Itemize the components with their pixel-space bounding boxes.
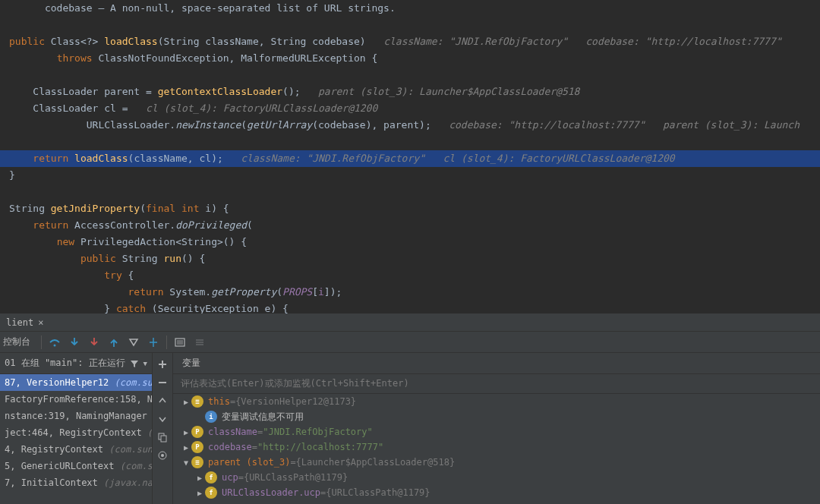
evaluate-input[interactable]: 评估表达式(Enter)或添加监视(Ctrl+Shift+Enter): [173, 374, 820, 394]
debug-tabs: lient ×: [0, 313, 820, 332]
placeholder-text: 评估表达式(Enter)或添加监视(Ctrl+Shift+Enter): [181, 377, 409, 390]
tab-client[interactable]: lient ×: [0, 317, 49, 328]
close-icon[interactable]: ×: [38, 317, 43, 328]
debug-toolbar: 控制台: [0, 332, 820, 353]
tab-label: lient: [6, 317, 33, 328]
remove-watch-icon[interactable]: [154, 374, 171, 391]
console-label[interactable]: 控制台: [3, 335, 36, 348]
svg-point-5: [161, 454, 164, 457]
frame-item[interactable]: ject:464, RegistryContext (com.su: [0, 424, 152, 441]
variable-row[interactable]: i变量调试信息不可用: [173, 409, 820, 424]
variables-header: 变量: [173, 353, 820, 374]
svg-rect-3: [161, 436, 166, 442]
code-editor[interactable]: codebase – A non-null, space-separated l…: [0, 0, 820, 313]
add-watch-icon[interactable]: [154, 356, 171, 373]
variable-row[interactable]: ▶fURLClassLoader.ucp = {URLClassPath@117…: [173, 485, 820, 500]
frames-header[interactable]: 01 在组 "main": 正在运行 ▼: [0, 353, 152, 374]
up-icon[interactable]: [154, 392, 171, 409]
filter-icon[interactable]: [130, 359, 139, 368]
frame-item[interactable]: 87, VersionHelper12 (com.sun.nam: [0, 374, 152, 391]
frame-item[interactable]: FactoryFromReference:158, Naming: [0, 391, 152, 408]
drop-frame-icon[interactable]: [125, 334, 142, 351]
variable-row[interactable]: ▶≡this = {VersionHelper12@1173}: [173, 394, 820, 409]
frame-item[interactable]: 4, RegistryContext (com.sun.jndi.rn: [0, 441, 152, 458]
variable-row[interactable]: ▶fucp = {URLClassPath@1179}: [173, 470, 820, 485]
evaluate-icon[interactable]: [172, 334, 188, 351]
current-breakpoint-line: return loadClass(className, cl); classNa…: [0, 150, 820, 167]
comment-line: codebase – A non-null, space-separated l…: [45, 2, 396, 14]
variable-row[interactable]: ▶Pcodebase = "http://localhost:7777": [173, 439, 820, 455]
down-icon[interactable]: [154, 411, 171, 427]
frames-panel: 01 在组 "main": 正在运行 ▼ 87, VersionHelper12…: [0, 353, 152, 504]
run-to-cursor-icon[interactable]: [145, 334, 162, 351]
frames-list[interactable]: 87, VersionHelper12 (com.sun.namFactoryF…: [0, 374, 152, 504]
variables-tree[interactable]: ▶≡this = {VersionHelper12@1173}i变量调试信息不可…: [173, 394, 820, 504]
force-step-into-icon[interactable]: [86, 334, 102, 351]
thread-label: 01 在组 "main": 正在运行: [5, 357, 125, 370]
watches-icon[interactable]: [154, 447, 171, 464]
variable-row[interactable]: ▼≡parent (slot_3) = {Launcher$AppClassLo…: [173, 455, 820, 470]
variable-row[interactable]: ▶PclassName = "JNDI.RefObjFactory": [173, 424, 820, 439]
dropdown-icon[interactable]: ▼: [144, 360, 147, 367]
svg-point-0: [54, 344, 56, 346]
copy-icon[interactable]: [154, 429, 171, 446]
side-toolbar: [152, 353, 173, 504]
frame-item[interactable]: 5, GenericURLContext (com.sun.jnd: [0, 458, 152, 474]
variables-panel: 变量 评估表达式(Enter)或添加监视(Ctrl+Shift+Enter) ▶…: [173, 353, 820, 504]
step-over-icon[interactable]: [46, 334, 63, 351]
frame-item[interactable]: nstance:319, NamingManager (jav: [0, 408, 152, 424]
trace-icon[interactable]: [191, 334, 208, 351]
frame-item[interactable]: 7, InitialContext (javax.naming): [0, 474, 152, 491]
step-into-icon[interactable]: [66, 334, 83, 351]
step-out-icon[interactable]: [106, 334, 122, 351]
